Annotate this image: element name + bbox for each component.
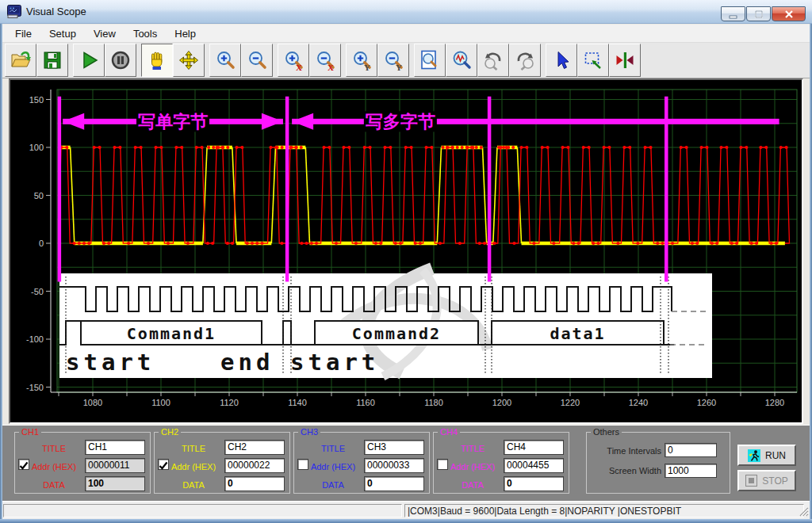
sample-dot: [622, 146, 626, 149]
maximize-button[interactable]: [746, 6, 771, 21]
zoom-out-y-button[interactable]: Y: [377, 44, 409, 77]
minimize-button[interactable]: [721, 6, 745, 21]
sample-dot: [582, 146, 585, 149]
sample-dot: [240, 146, 243, 149]
sample-dot: [480, 146, 483, 149]
sample-dot: [458, 242, 462, 245]
zoom-in-y-button[interactable]: Y: [346, 44, 377, 77]
undo-zoom-button[interactable]: [477, 44, 509, 77]
zoom-out-icon: [247, 50, 267, 71]
sample-dot: [680, 146, 683, 149]
resize-grip[interactable]: [799, 506, 809, 517]
sample-dot: [507, 146, 510, 149]
menu-setup[interactable]: Setup: [40, 25, 85, 42]
channel-group-ch1: CH1TITLECH1Addr (HEX)00000011DATA100: [14, 432, 151, 494]
sample-dot: [439, 242, 442, 245]
redo-zoom-button[interactable]: [509, 44, 541, 77]
channel-title-input[interactable]: CH4: [504, 440, 564, 455]
sample-dot: [180, 146, 183, 149]
sample-dot: [300, 146, 303, 149]
zoom-out-button[interactable]: [241, 44, 273, 77]
pointer-icon: [551, 50, 572, 71]
close-button[interactable]: [772, 6, 806, 21]
undo-zoom-icon: [483, 50, 504, 71]
channel-addr-input[interactable]: 00000011: [85, 458, 145, 473]
channel-data-input[interactable]: 100: [85, 476, 145, 491]
channel-addr-input[interactable]: 00000033: [364, 458, 424, 473]
channel-addr-input[interactable]: 00000022: [224, 458, 285, 473]
sample-dot: [695, 242, 699, 245]
svg-text:X: X: [327, 63, 334, 71]
time-intervals-input[interactable]: 0: [665, 443, 717, 457]
scope-plot[interactable]: 1080110011201140116011801200122012401260…: [10, 80, 802, 422]
channel-group-label: CH4: [438, 427, 460, 437]
sample-dot: [461, 146, 464, 149]
sample-dot: [596, 242, 599, 245]
fit-wave-button[interactable]: [446, 44, 477, 77]
sample-dot: [305, 242, 308, 245]
sample-dot: [354, 242, 358, 245]
measure-cursors-button[interactable]: [609, 44, 641, 77]
sample-dot: [759, 146, 762, 149]
channel-title-input[interactable]: CH3: [364, 440, 424, 455]
pause-button[interactable]: [105, 44, 136, 77]
sample-dot: [78, 242, 81, 245]
sample-dot: [159, 146, 163, 149]
sample-dot: [502, 146, 505, 149]
sample-dot: [147, 242, 150, 245]
channel-data-input[interactable]: 0: [504, 476, 564, 491]
stop-button-label: STOP: [762, 475, 787, 487]
move-button[interactable]: [173, 44, 205, 77]
zoom-out-y-icon: Y: [383, 50, 404, 71]
menu-file[interactable]: File: [6, 25, 40, 42]
sample-dot: [710, 242, 714, 245]
fit-wave-icon: [451, 50, 472, 71]
select-region-button[interactable]: [577, 44, 609, 77]
pan-button[interactable]: [141, 44, 173, 77]
sample-dot: [327, 146, 331, 149]
menu-view[interactable]: View: [85, 25, 124, 42]
sample-dot: [519, 146, 523, 149]
channel-data-input[interactable]: 0: [364, 476, 424, 491]
fit-page-button[interactable]: [414, 44, 446, 77]
inset-field-label: data1: [550, 324, 605, 343]
zoom-out-x-button[interactable]: X: [309, 44, 341, 77]
run-button[interactable]: RUN: [737, 445, 796, 466]
sample-dot: [212, 146, 215, 149]
channel-data-input[interactable]: 0: [224, 476, 285, 491]
channel-title-input[interactable]: CH1: [85, 440, 145, 455]
menu-tools[interactable]: Tools: [124, 25, 166, 42]
zoom-in-icon: [215, 50, 236, 71]
sample-dot: [118, 146, 121, 149]
title-bar[interactable]: Visual Scope: [0, 0, 812, 24]
save-button[interactable]: [36, 44, 68, 77]
arrow-head-right: [262, 113, 283, 130]
channel-title-input[interactable]: CH2: [224, 440, 285, 455]
sample-dot: [607, 146, 611, 149]
sample-dot: [785, 146, 788, 149]
x-tick-label: 1160: [356, 398, 375, 407]
plot-panel[interactable]: 1080110011201140116011801200122012401260…: [9, 78, 803, 424]
open-file-icon: [10, 50, 31, 71]
sample-dot: [764, 146, 768, 149]
sample-dot: [424, 146, 427, 149]
menu-help[interactable]: Help: [166, 25, 205, 42]
channel-addr-input[interactable]: 00004455: [504, 458, 564, 473]
sample-dot: [451, 146, 454, 149]
zoom-in-x-button[interactable]: X: [278, 44, 309, 77]
screen-width-input[interactable]: 1000: [665, 464, 717, 478]
sample-dot: [616, 242, 619, 245]
zoom-in-button[interactable]: [209, 44, 241, 77]
sample-dot: [107, 242, 110, 245]
addr-field-label: Addr (HEX): [445, 462, 500, 471]
measure-cursors-icon: [615, 50, 635, 71]
sample-dot: [456, 146, 459, 149]
sample-dot: [636, 242, 639, 245]
sample-dot: [280, 242, 283, 245]
pointer-button[interactable]: [546, 44, 577, 77]
sample-dot: [211, 242, 214, 245]
sample-dot: [572, 242, 575, 245]
stop-button[interactable]: STOP: [737, 470, 796, 491]
open-button[interactable]: [5, 44, 36, 77]
play-button[interactable]: [73, 44, 105, 77]
